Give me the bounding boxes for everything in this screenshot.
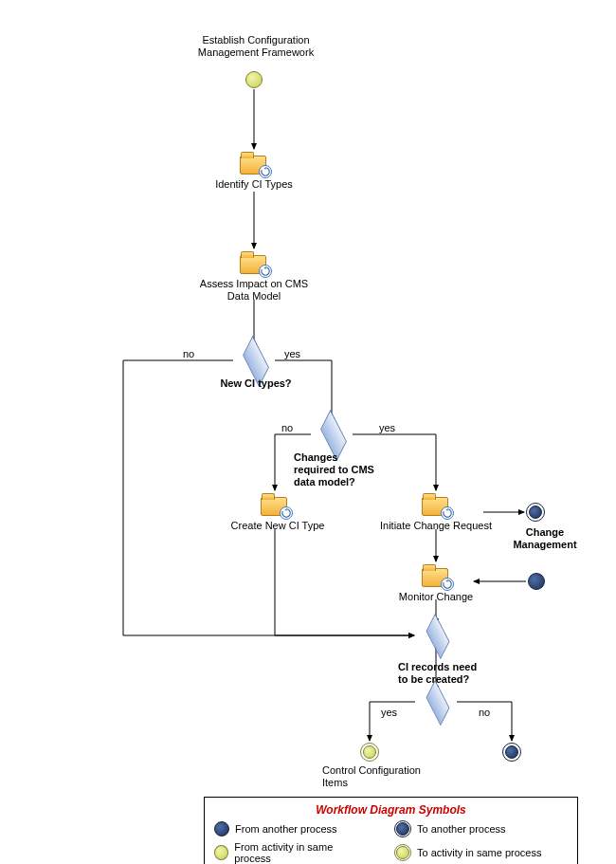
to-control-ci — [360, 743, 379, 762]
legend-title: Workflow Diagram Symbols — [214, 803, 568, 817]
change-mgmt-label: Change Management — [507, 526, 583, 551]
edge-yes-1: yes — [284, 348, 300, 359]
refresh-icon — [441, 506, 454, 520]
legend-row-2: From activity in same process To activit… — [214, 841, 568, 864]
start-circle — [245, 71, 263, 88]
legend-box: Workflow Diagram Symbols From another pr… — [204, 797, 578, 864]
edge-yes-2: yes — [379, 422, 395, 433]
activity-monitor-change — [422, 564, 450, 587]
merge-gateway — [426, 614, 450, 660]
legend-to-other: To another process — [394, 820, 546, 837]
edge-no-1: no — [183, 348, 194, 359]
changes-req-label: Changes required to CMS data model? — [294, 451, 379, 489]
new-ci-label: New CI types? — [213, 377, 299, 390]
start-label: Establish Configuration Management Frame… — [190, 34, 322, 59]
monitor-change-label: Monitor Change — [398, 591, 474, 603]
edge-yes-3: yes — [381, 707, 397, 718]
flowchart-canvas: Establish Configuration Management Frame… — [0, 0, 616, 864]
identify-ci-label: Identify CI Types — [207, 178, 301, 191]
refresh-icon — [259, 265, 272, 278]
legend-from-other-text: From another process — [235, 823, 337, 835]
connectors — [0, 0, 616, 864]
legend-row-1: From another process To another process — [214, 820, 568, 837]
legend-from-same-text: From activity in same process — [234, 841, 366, 864]
records-need-label: CI records need to be created? — [398, 661, 488, 686]
to-same-icon — [394, 844, 411, 861]
activity-create-ci — [261, 493, 289, 516]
legend-from-same: From activity in same process — [214, 841, 366, 864]
activity-init-change — [422, 493, 450, 516]
to-other-icon — [394, 820, 411, 837]
from-change-mgmt — [528, 573, 545, 590]
activity-assess-impact — [240, 251, 268, 274]
edge-no-2: no — [281, 422, 293, 433]
control-ci-label: Control Configuration Items — [322, 764, 426, 789]
edge-no-3: no — [479, 707, 490, 718]
legend-from-other: From another process — [214, 820, 366, 837]
legend-to-same-text: To activity in same process — [417, 847, 541, 858]
init-change-label: Initiate Change Request — [379, 520, 493, 532]
refresh-icon — [280, 506, 293, 520]
assess-impact-label: Assess Impact on CMS Data Model — [192, 278, 316, 303]
to-change-mgmt — [526, 503, 545, 522]
decision-records-need — [426, 680, 450, 726]
from-other-icon — [214, 821, 229, 836]
from-same-icon — [214, 845, 228, 860]
create-ci-label: Create New CI Type — [226, 520, 330, 532]
activity-identify-ci — [240, 152, 268, 175]
refresh-icon — [441, 578, 454, 591]
end-to-other — [502, 743, 521, 762]
refresh-icon — [259, 165, 272, 178]
legend-to-same: To activity in same process — [394, 841, 546, 864]
legend-to-other-text: To another process — [417, 823, 506, 835]
